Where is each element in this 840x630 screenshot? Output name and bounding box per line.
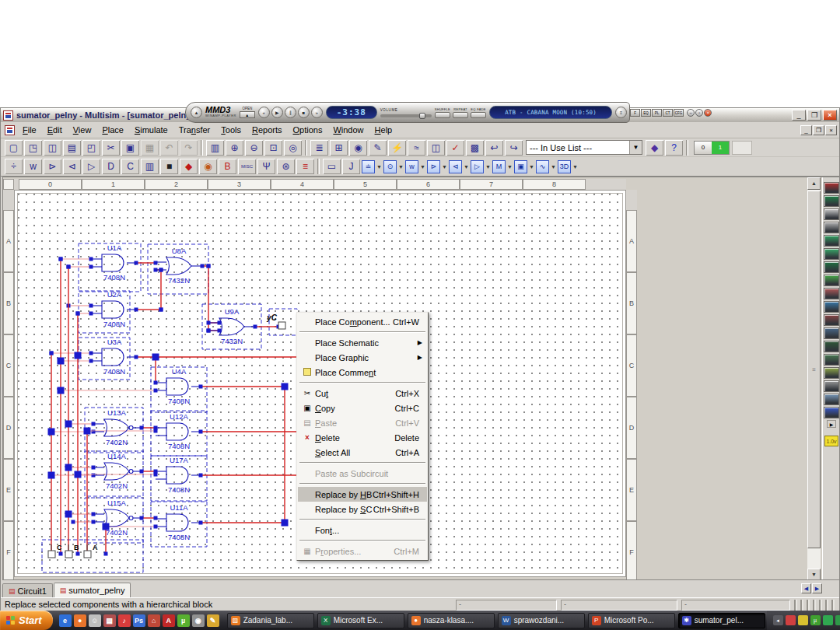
firefox-icon[interactable]: ● [74,614,86,627]
eject-icon[interactable]: ▲ [240,111,255,118]
chevron-down-icon[interactable]: ▼ [420,164,425,170]
create-component-button[interactable]: ✎ [369,140,387,156]
toggle-repeat[interactable]: REPEAT [453,107,468,118]
basic-family-button[interactable]: w▼ [405,159,425,175]
menu-reports[interactable]: Reports [247,123,288,137]
run-simulation-button[interactable]: ⚡ [388,140,406,156]
mdi-restore-button[interactable]: ❒ [813,125,824,135]
home-icon[interactable]: ⌂ [148,614,160,627]
winamp-icon[interactable]: ♪ [118,614,131,627]
cmos-components-button[interactable]: C [121,159,139,174]
mdi-minimize-button[interactable]: _ [800,125,812,135]
context-item-copy[interactable]: ▣CopyCtrl+C [298,401,427,415]
ladder-diagram-button[interactable]: ≡ [296,159,314,174]
menu-file[interactable]: File [17,123,42,137]
task-button-sumator-pel[interactable]: ✱sumator_pel... [678,613,765,628]
close-button[interactable]: × [823,110,837,121]
sheet-tab-circuit1[interactable]: ▤Circuit1 [2,583,53,597]
context-item-cut[interactable]: ✂CutCtrl+X [298,386,427,401]
chevron-down-icon[interactable]: ▼ [398,164,404,170]
zoom-area-button[interactable]: ⊡ [264,140,282,156]
chevron-down-icon[interactable]: ▼ [507,164,513,170]
electromechanical-components-button[interactable]: ⊛ [277,159,295,174]
player-f-button[interactable]: F [630,109,640,117]
tab-scroll-left-icon[interactable]: ◀ [801,583,811,593]
tray-chevron-icon[interactable]: ◂ [773,615,783,625]
print-preview-button[interactable]: ◰ [82,140,100,156]
diode-components-button[interactable]: ⊳ [44,159,61,174]
task-button-nasza-klasa[interactable]: ●nasza-klasa.... [408,613,495,628]
notepad-icon[interactable]: ▤ [103,614,116,627]
rf-components-button[interactable]: Ψ [257,159,275,174]
restore-button[interactable]: ❒ [807,110,821,121]
zoom-in-button[interactable]: ⊕ [226,140,243,156]
toggle-eq-fade[interactable]: EQ FADE [471,107,486,118]
player-playlist-button[interactable]: ≡ [615,107,627,118]
context-item-paste[interactable]: ▤PasteCtrl+V [298,415,427,430]
paste-button[interactable]: ▦ [141,140,159,156]
forward-annotate-button[interactable]: ↪ [505,140,523,156]
mdi-document-icon[interactable] [5,125,15,135]
zoom-full-button[interactable]: ◎ [284,140,302,156]
photoshop-icon[interactable]: Ps [133,614,145,627]
agilent-oscilloscope-button[interactable] [824,394,839,405]
pause-button[interactable]: ∥ [285,107,296,118]
misc-family-button[interactable]: M▼ [492,159,513,175]
back-annotate-button[interactable]: ↩ [485,140,503,156]
next-button[interactable]: » [311,107,323,118]
transistor-family-button[interactable]: ⊲▼ [449,159,469,175]
print-button[interactable]: ▤ [63,140,81,156]
minimize-button[interactable]: _ [792,110,806,121]
basic-components-button[interactable]: w [24,159,42,174]
task-button-zadania-lab[interactable]: ▨Zadania_lab... [227,613,314,628]
spectrum-analyzer-button[interactable] [824,341,839,352]
tray-disc-icon[interactable] [798,615,808,625]
misc-digital-components-button[interactable]: ▥ [141,159,159,174]
player-close-button[interactable]: × [704,109,712,117]
signal-source-family-button[interactable]: ⊙▼ [383,159,404,175]
context-item-select-all[interactable]: Select AllCtrl+A [298,445,427,460]
diode-family-button[interactable]: ⊳▼ [427,159,447,175]
stop-button[interactable]: ■ [298,107,310,118]
chevron-down-icon[interactable]: ▼ [629,141,642,154]
tray-meter1-icon[interactable] [823,615,833,625]
measurement-family-button[interactable]: ∿▼ [536,159,556,175]
play-button[interactable]: ▶ [271,107,283,118]
player-cfg-button[interactable]: CFG [674,109,684,117]
in-use-list-combo[interactable]: --- In Use List ---▼ [526,140,642,155]
help-button[interactable]: ? [665,140,683,156]
toggle-button[interactable] [435,112,450,118]
grapher-button[interactable]: ◫ [427,140,445,156]
multimeter-button[interactable] [824,182,839,194]
context-item-place-comment[interactable]: Place Comment [298,365,427,380]
logic-analyzer-button[interactable] [824,288,839,299]
function-generator-button[interactable] [824,208,839,220]
toggle-button[interactable] [453,112,468,118]
simulation-pause-button[interactable] [732,141,752,155]
bode-plotter-button[interactable] [824,327,839,339]
postprocessor-button[interactable]: ▩ [466,140,484,156]
player-menu-button[interactable]: ▲ [191,107,202,118]
context-item-properties[interactable]: ▦Properties...Ctrl+M [298,544,427,558]
page-view-button[interactable]: ▥ [206,140,224,156]
design-toolbox-button[interactable]: ≣ [310,140,328,156]
chevron-down-icon[interactable]: ▼ [442,164,447,170]
menu-help[interactable]: Help [369,123,398,137]
player-pl-button[interactable]: PL [652,109,662,117]
word-generator-button[interactable] [824,275,839,286]
frequency-counter-button[interactable] [824,261,839,273]
four-channel-oscilloscope-button[interactable] [824,248,839,260]
start-button[interactable]: Start [0,611,53,630]
messenger-icon[interactable]: ☺ [89,614,101,627]
bus-button[interactable]: Ј [342,159,360,174]
electrical-rules-check-button[interactable]: ✓ [446,140,464,156]
context-item-replace-by-hb[interactable]: Replace by HBCtrl+Shift+H [298,487,427,502]
task-button-sprawozdani[interactable]: Wsprawozdani... [498,613,585,628]
ttl-components-button[interactable]: D [102,159,120,174]
analyses-button[interactable]: ≈ [408,140,425,156]
power-source-family-button[interactable]: ≐▼ [362,159,382,175]
menu-simulate[interactable]: Simulate [129,123,173,137]
task-button-microsoft-po[interactable]: PMicrosoft Po... [588,613,675,628]
save-file-button[interactable]: ◫ [44,140,61,156]
rated-family-button[interactable]: ▣▼ [514,159,534,175]
